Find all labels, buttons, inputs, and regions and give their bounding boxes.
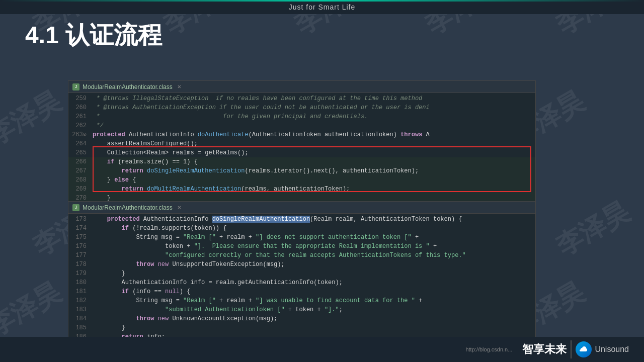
code-panel-2: J ModularRealmAuthenticator.class ✕ 173 … xyxy=(68,201,536,352)
line-num-183: 183 xyxy=(68,305,93,314)
line-num-267: 267 xyxy=(68,166,93,175)
code-line-177: 177 "configured correctly or that the re… xyxy=(68,251,535,260)
line-content-263: protected AuthenticationInfo doAuthentic… xyxy=(93,130,430,139)
line-num-265: 265 xyxy=(68,148,93,157)
panel-2-body: 173 protected AuthenticationInfo doSingl… xyxy=(68,214,535,351)
brand-divider xyxy=(571,340,572,358)
top-bar-accent-line xyxy=(0,0,644,2)
code-line-174: 174 if (!realm.supports(token)) { xyxy=(68,224,535,233)
brand-unisound-text: Unisound xyxy=(595,345,629,354)
line-num-264: 264 xyxy=(68,139,93,148)
line-content-173: protected AuthenticationInfo doSingleRea… xyxy=(93,215,462,224)
watermark-6: 李泽昊 xyxy=(0,83,67,153)
line-content-259: * @throws IllegalStateException if no re… xyxy=(93,94,422,103)
bottom-bar: http://blog.csdn.n... 智享未来 Unisound xyxy=(0,337,644,362)
code-line-260: 260 * @throws AuthenticationException if… xyxy=(68,103,535,112)
line-num-179: 179 xyxy=(68,269,93,278)
line-content-262: */ xyxy=(93,121,104,130)
code-line-268: 268 } else { xyxy=(68,175,535,185)
code-line-176: 176 token + "]. Please ensure that the a… xyxy=(68,242,535,251)
panel-1-body: 259 * @throws IllegalStateException if n… xyxy=(68,93,535,213)
line-content-184: throw new UnknownAccountException(msg); xyxy=(93,314,277,323)
panel-2-title: ModularRealmAuthenticator.class xyxy=(83,204,173,211)
line-content-174: if (!realm.supports(token)) { xyxy=(93,224,226,233)
line-num-175: 175 xyxy=(68,233,93,242)
line-num-176: 176 xyxy=(68,242,93,251)
code-line-183: 183 "submitted AuthenticationToken [" + … xyxy=(68,305,535,314)
code-line-266: 266 if (realms.size() == 1) { xyxy=(68,157,535,166)
line-num-181: 181 xyxy=(68,287,93,296)
line-num-185: 185 xyxy=(68,323,93,332)
line-num-180: 180 xyxy=(68,278,93,287)
bottom-brand: 智享未来 Unisound xyxy=(522,340,629,358)
line-num-182: 182 xyxy=(68,296,93,305)
cloud-logo-icon xyxy=(579,344,589,354)
bottom-url: http://blog.csdn.n... xyxy=(465,346,512,352)
brand-logo-circle xyxy=(576,341,592,357)
line-num-261: 261 xyxy=(68,112,93,121)
line-content-269: return doMultiRealmAuthentication(realms… xyxy=(93,185,350,194)
line-num-177: 177 xyxy=(68,251,93,260)
code-line-179: 179 } xyxy=(68,269,535,278)
top-bar-title: Just for Smart Life xyxy=(289,3,356,11)
code-line-184: 184 throw new UnknownAccountException(ms… xyxy=(68,314,535,323)
line-num-178: 178 xyxy=(68,260,93,269)
line-num-262: 262 xyxy=(68,121,93,130)
line-content-260: * @throws AuthenticationException if the… xyxy=(93,103,430,112)
code-line-175: 175 String msg = "Realm [" + realm + "] … xyxy=(68,233,535,242)
line-num-266: 266 xyxy=(68,157,93,166)
line-num-173: 173 xyxy=(68,215,93,224)
code-line-181: 181 if (info == null) { xyxy=(68,287,535,296)
panel-2-close[interactable]: ✕ xyxy=(178,204,181,211)
code-line-178: 178 throw new UnsupportedTokenException(… xyxy=(68,260,535,269)
line-content-266: if (realms.size() == 1) { xyxy=(93,157,198,166)
line-num-259: 259 xyxy=(68,94,93,103)
code-line-259: 259 * @throws IllegalStateException if n… xyxy=(68,94,535,103)
panel-1-close[interactable]: ✕ xyxy=(178,83,181,90)
line-num-184: 184 xyxy=(68,314,93,323)
code-line-180: 180 AuthenticationInfo info = realm.getA… xyxy=(68,278,535,287)
line-content-178: throw new UnsupportedTokenException(msg)… xyxy=(93,260,285,269)
brand-text-cn: 智享未来 xyxy=(522,342,567,357)
code-line-262: 262 */ xyxy=(68,121,535,130)
line-content-180: AuthenticationInfo info = realm.getAuthe… xyxy=(93,278,343,287)
top-bar: Just for Smart Life xyxy=(0,0,644,14)
watermark-15: 李泽昊 xyxy=(550,194,635,264)
brand-unisound: Unisound xyxy=(576,341,629,357)
panel-1-header: J ModularRealmAuthenticator.class ✕ xyxy=(68,81,535,93)
line-content-185: } xyxy=(93,323,125,332)
code-line-173: 173 protected AuthenticationInfo doSingl… xyxy=(68,215,535,224)
line-content-183: "submitted AuthenticationToken [" + toke… xyxy=(93,305,343,314)
line-content-179: } xyxy=(93,269,125,278)
code-line-263: 263⊙ protected AuthenticationInfo doAuth… xyxy=(68,130,535,139)
line-num-269: 269 xyxy=(68,185,93,194)
code-line-264: 264 assertRealmsConfigured(); xyxy=(68,139,535,148)
line-content-177: "configured correctly or that the realm … xyxy=(93,251,466,260)
panel-2-header: J ModularRealmAuthenticator.class ✕ xyxy=(68,202,535,214)
line-content-267: return doSingleRealmAuthentication(realm… xyxy=(93,166,419,175)
code-line-261: 261 * for the given principal and creden… xyxy=(68,112,535,121)
line-content-264: assertRealmsConfigured(); xyxy=(93,139,198,148)
line-num-263: 263⊙ xyxy=(68,130,93,139)
page-title: 4.1 认证流程 xyxy=(25,19,162,51)
line-content-176: token + "]. Please ensure that the appro… xyxy=(93,242,437,251)
code-line-267: 267 return doSingleRealmAuthentication(r… xyxy=(68,166,535,175)
line-content-175: String msg = "Realm [" + realm + "] does… xyxy=(93,233,419,242)
code-panel-1: J ModularRealmAuthenticator.class ✕ 259 … xyxy=(68,80,536,213)
watermark-16: 李泽昊 xyxy=(0,275,67,344)
panel-1-title: ModularRealmAuthenticator.class xyxy=(83,83,173,90)
line-num-260: 260 xyxy=(68,103,93,112)
line-content-182: String msg = "Realm [" + realm + "] was … xyxy=(93,296,422,305)
line-content-268: } else { xyxy=(93,175,136,185)
line-content-181: if (info == null) { xyxy=(93,287,190,296)
panel-2-icon: J xyxy=(72,204,79,211)
code-line-269: 269 return doMultiRealmAuthentication(re… xyxy=(68,185,535,194)
code-line-182: 182 String msg = "Realm [" + realm + "] … xyxy=(68,296,535,305)
line-num-174: 174 xyxy=(68,224,93,233)
panel-1-icon: J xyxy=(72,83,79,90)
line-content-265: Collection<Realm> realms = getRealms(); xyxy=(93,148,249,157)
line-content-261: * for the given principal and credential… xyxy=(93,112,368,121)
code-line-185: 185 } xyxy=(68,323,535,332)
line-num-268: 268 xyxy=(68,175,93,185)
code-line-265: 265 Collection<Realm> realms = getRealms… xyxy=(68,148,535,157)
